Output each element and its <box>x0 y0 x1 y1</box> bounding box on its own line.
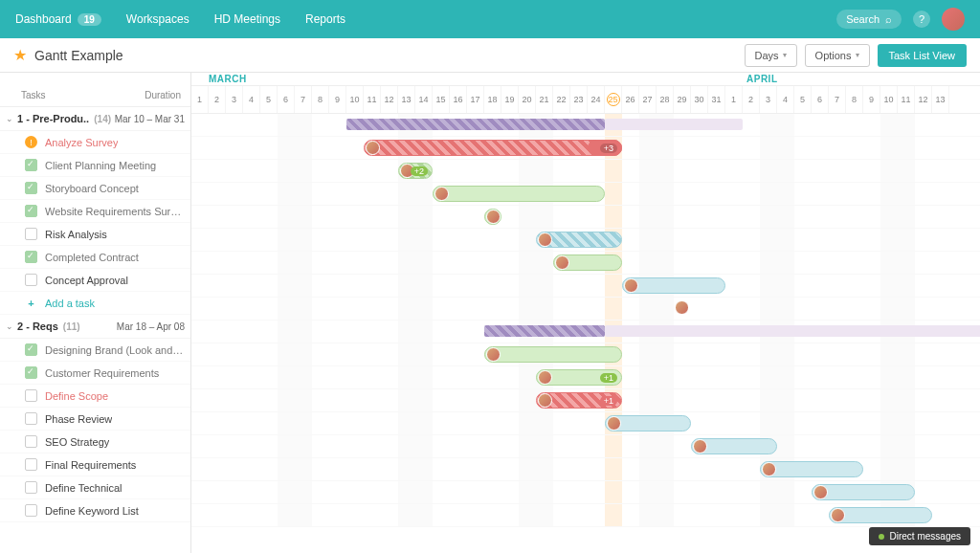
day-cell[interactable]: 8 <box>846 86 863 113</box>
gantt-bar[interactable]: +2 <box>398 163 433 179</box>
nav-meetings[interactable]: HD Meetings <box>214 12 280 26</box>
task-checkbox[interactable] <box>25 435 37 448</box>
help-icon[interactable]: ? <box>913 11 930 28</box>
day-cell[interactable]: 28 <box>657 86 674 113</box>
group-row[interactable]: ⌄ 2 - Reqs (11) Mar 18 – Apr 08 <box>0 315 190 339</box>
gantt-bar[interactable] <box>760 461 863 477</box>
day-cell-today[interactable]: 25 <box>605 86 622 113</box>
day-cell[interactable]: 11 <box>364 86 381 113</box>
days-dropdown[interactable]: Days▾ <box>745 44 797 67</box>
gantt-bar[interactable] <box>812 484 915 500</box>
task-checkbox[interactable] <box>25 274 37 286</box>
task-list-view-button[interactable]: Task List View <box>878 44 968 67</box>
day-cell[interactable]: 17 <box>467 86 484 113</box>
task-checkbox[interactable] <box>25 182 37 194</box>
options-dropdown[interactable]: Options▾ <box>805 44 870 67</box>
day-cell[interactable]: 19 <box>501 86 519 113</box>
task-row[interactable]: Completed Contract <box>0 246 190 269</box>
day-cell[interactable]: 1 <box>191 86 209 113</box>
nav-dashboard[interactable]: Dashboard 19 <box>15 12 101 26</box>
day-cell[interactable]: 18 <box>484 86 501 113</box>
star-icon[interactable]: ★ <box>13 46 27 64</box>
task-checkbox[interactable] <box>25 205 37 217</box>
task-checkbox[interactable] <box>25 412 37 425</box>
day-cell[interactable]: 3 <box>226 86 243 113</box>
day-cell[interactable]: 2 <box>743 86 760 113</box>
day-cell[interactable]: 8 <box>312 86 329 113</box>
day-cell[interactable]: 9 <box>329 86 346 113</box>
day-cell[interactable]: 14 <box>415 86 433 113</box>
gantt-bar[interactable] <box>553 254 622 271</box>
gantt-bar-tail[interactable]: +3 <box>588 140 622 156</box>
day-cell[interactable]: 22 <box>553 86 570 113</box>
task-row[interactable]: !Analyze Survey <box>0 131 190 154</box>
day-cell[interactable]: 29 <box>674 86 691 113</box>
day-cell[interactable]: 21 <box>536 86 553 113</box>
add-task-button[interactable]: +Add a task <box>0 292 190 315</box>
task-checkbox[interactable] <box>25 366 37 379</box>
day-cell[interactable]: 2 <box>209 86 226 113</box>
summary-bar-ext[interactable] <box>605 325 980 337</box>
day-cell[interactable]: 12 <box>381 86 398 113</box>
direct-messages-button[interactable]: Direct messages <box>869 527 970 545</box>
nav-reports[interactable]: Reports <box>305 12 345 26</box>
task-row[interactable]: Final Requirements <box>0 453 190 476</box>
summary-bar[interactable] <box>346 119 605 130</box>
day-cell[interactable]: 5 <box>794 86 812 113</box>
task-checkbox[interactable] <box>25 251 37 263</box>
summary-bar[interactable] <box>484 325 605 337</box>
day-cell[interactable]: 4 <box>243 86 260 113</box>
task-row[interactable]: Define Keyword List <box>0 499 190 522</box>
task-row[interactable]: Phase Review <box>0 408 190 431</box>
day-cell[interactable]: 10 <box>880 86 898 113</box>
task-row[interactable]: SEO Strategy <box>0 431 190 453</box>
task-row[interactable]: Website Requirements Survey <box>0 200 190 223</box>
day-cell[interactable]: 7 <box>829 86 846 113</box>
gantt-bar[interactable]: +1 <box>536 392 622 409</box>
day-cell[interactable]: 20 <box>519 86 536 113</box>
gantt-bar[interactable] <box>484 209 501 225</box>
task-checkbox[interactable] <box>25 389 37 402</box>
day-cell[interactable]: 1 <box>725 86 743 113</box>
day-cell[interactable]: 3 <box>760 86 777 113</box>
day-cell[interactable]: 26 <box>622 86 639 113</box>
task-checkbox[interactable] <box>25 343 37 356</box>
task-checkbox[interactable] <box>25 159 37 171</box>
task-checkbox[interactable] <box>25 458 37 471</box>
nav-workspaces[interactable]: Workspaces <box>126 12 189 26</box>
task-row[interactable]: Concept Approval <box>0 269 190 292</box>
search-input[interactable]: Search ⌕ <box>836 10 902 29</box>
gantt-bar[interactable] <box>364 140 622 156</box>
day-cell[interactable]: 15 <box>433 86 450 113</box>
gantt-chart[interactable]: MARCH APRIL 1234567891011121314151617181… <box>191 73 980 553</box>
day-cell[interactable]: 23 <box>570 86 588 113</box>
gantt-bar[interactable] <box>829 507 932 523</box>
day-cell[interactable]: 11 <box>898 86 915 113</box>
gantt-bar[interactable] <box>622 277 725 294</box>
gantt-bar[interactable]: +1 <box>536 369 622 386</box>
day-cell[interactable]: 7 <box>295 86 312 113</box>
day-cell[interactable]: 9 <box>863 86 880 113</box>
summary-bar-ext[interactable] <box>605 119 743 130</box>
task-row[interactable]: Client Planning Meeting <box>0 154 190 177</box>
gantt-bar[interactable] <box>691 438 777 454</box>
gantt-bar[interactable] <box>433 186 605 202</box>
task-checkbox[interactable] <box>25 228 37 240</box>
day-cell[interactable]: 6 <box>278 86 295 113</box>
day-cell[interactable]: 13 <box>932 86 949 113</box>
milestone-avatar[interactable] <box>675 300 689 315</box>
day-cell[interactable]: 13 <box>398 86 415 113</box>
day-cell[interactable]: 24 <box>588 86 605 113</box>
day-cell[interactable]: 16 <box>450 86 467 113</box>
task-checkbox[interactable] <box>25 481 37 494</box>
task-checkbox[interactable] <box>25 504 37 517</box>
day-cell[interactable]: 6 <box>812 86 829 113</box>
task-row[interactable]: Define Technical <box>0 476 190 499</box>
task-row[interactable]: Risk Analysis <box>0 223 190 246</box>
day-cell[interactable]: 10 <box>346 86 364 113</box>
gantt-bar[interactable] <box>605 415 691 431</box>
day-cell[interactable]: 4 <box>777 86 794 113</box>
day-cell[interactable]: 27 <box>639 86 657 113</box>
task-row[interactable]: Storyboard Concept <box>0 177 190 200</box>
task-row[interactable]: Designing Brand (Look and Feel) <box>0 339 190 362</box>
